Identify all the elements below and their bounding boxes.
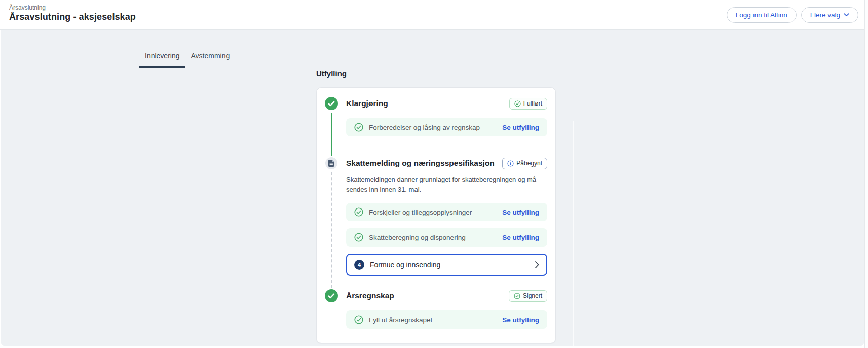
section-title: Årsregnskap	[346, 291, 394, 300]
se-utfylling-link[interactable]: Se utfylling	[502, 124, 539, 131]
panel-divider	[573, 121, 574, 346]
section-skattemelding: Skattemelding og næringsspesifikasjon På…	[325, 157, 547, 289]
tab-avstemming[interactable]: Avstemming	[185, 49, 236, 68]
status-badge: Signert	[509, 290, 547, 302]
task-row: Fyll ut årsregnskapet Se utfylling	[346, 310, 547, 329]
header-actions: Logg inn til Altinn Flere valg	[727, 7, 858, 23]
status-badge: Fullført	[509, 98, 547, 110]
step-number-badge: 4	[354, 260, 364, 270]
altinn-login-label: Logg inn til Altinn	[736, 11, 787, 19]
tab-bar: Innlevering Avstemming	[139, 49, 736, 67]
section-header: Årsregnskap Signert	[346, 289, 547, 302]
chevron-down-icon	[844, 13, 849, 17]
page-title: Årsavslutning - aksjeselskap	[9, 12, 136, 22]
check-circle-outline-icon	[354, 233, 363, 242]
section-rail	[325, 157, 338, 289]
progress-line-pending	[331, 172, 332, 288]
status-badge: Påbegynt	[502, 158, 547, 169]
section-header: Klargjøring Fullført	[346, 97, 547, 110]
check-circle-outline-icon	[354, 123, 363, 132]
task-row: Forberedelser og låsing av regnskap Se u…	[346, 118, 547, 136]
status-badge-label: Signert	[523, 292, 542, 299]
task-row: Skatteberegning og disponering Se utfyll…	[346, 228, 547, 247]
utfylling-panel: Utfylling Klargjøring	[316, 69, 556, 343]
se-utfylling-link[interactable]: Se utfylling	[502, 208, 539, 216]
section-rail	[325, 97, 338, 157]
status-badge-label: Fullført	[523, 100, 542, 107]
task-label: Forberedelser og låsing av regnskap	[369, 124, 502, 131]
app-header: Årsavslutning Årsavslutning - aksjeselsk…	[0, 0, 864, 30]
task-label: Fyll ut årsregnskapet	[369, 316, 502, 324]
badge-check-icon	[514, 100, 521, 107]
section-description: Skattemeldingen danner grunnlaget for sk…	[346, 175, 547, 195]
section-arsregnskap: Årsregnskap Signert Fyll ut årsregnska	[325, 289, 547, 329]
chevron-right-icon	[535, 261, 539, 268]
task-label: Formue og innsending	[370, 261, 535, 269]
task-label: Forskjeller og tilleggsopplysninger	[369, 208, 502, 216]
section-title: Klargjøring	[346, 99, 388, 108]
check-circle-filled-icon	[325, 289, 338, 302]
badge-check-icon	[514, 293, 520, 299]
tab-innlevering[interactable]: Innlevering	[139, 49, 185, 68]
check-circle-outline-icon	[354, 207, 363, 217]
check-circle-filled-icon	[325, 97, 338, 110]
steps-card: Klargjøring Fullført Forberedelser og	[316, 87, 556, 343]
altinn-login-button[interactable]: Logg inn til Altinn	[727, 7, 797, 23]
section-title: Skattemelding og næringsspesifikasjon	[346, 159, 495, 168]
status-badge-label: Påbegynt	[516, 160, 542, 167]
document-icon	[325, 157, 337, 169]
task-row: Forskjeller og tilleggsopplysninger Se u…	[346, 203, 547, 221]
se-utfylling-link[interactable]: Se utfylling	[502, 316, 539, 324]
check-circle-outline-icon	[354, 315, 363, 324]
panel-heading: Utfylling	[316, 69, 556, 78]
se-utfylling-link[interactable]: Se utfylling	[502, 234, 539, 241]
breadcrumb[interactable]: Årsavslutning	[9, 4, 46, 11]
content-area: Innlevering Avstemming Utfylling Klargjø…	[1, 30, 864, 346]
task-label: Skatteberegning og disponering	[369, 234, 502, 241]
more-options-button[interactable]: Flere valg	[801, 7, 858, 23]
section-header: Skattemelding og næringsspesifikasjon På…	[346, 157, 547, 170]
progress-line-complete	[331, 113, 332, 156]
scrollbar-track[interactable]	[864, 0, 868, 348]
section-rail	[325, 289, 338, 329]
more-options-label: Flere valg	[810, 11, 840, 19]
badge-info-icon	[507, 160, 514, 167]
formue-og-innsending-row[interactable]: 4 Formue og innsending	[346, 254, 547, 276]
section-klargjoring: Klargjøring Fullført Forberedelser og	[325, 97, 547, 157]
